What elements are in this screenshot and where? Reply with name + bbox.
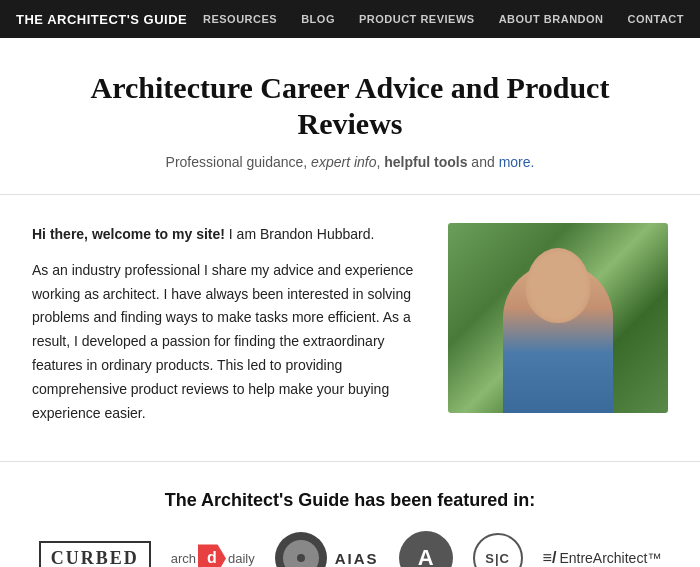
aia-circle: A: [399, 531, 453, 567]
nav-resources[interactable]: RESOURCES: [203, 13, 277, 25]
featured-title: The Architect's Guide has been featured …: [32, 490, 668, 511]
nav-links: RESOURCES BLOG PRODUCT REVIEWS ABOUT BRA…: [203, 13, 684, 25]
hero-title: Architecture Career Advice and Product R…: [40, 70, 660, 142]
entrearchitect-logo[interactable]: ≡/ EntreArchitect™: [543, 549, 662, 567]
aias-inner-circle: [283, 540, 319, 567]
curbed-logo[interactable]: CURBED: [39, 541, 151, 567]
archdaily-text-daily: daily: [228, 551, 255, 566]
intro-greeting: Hi there, welcome to my site! I am Brand…: [32, 223, 424, 247]
aia-logo[interactable]: A: [399, 531, 453, 567]
sc-text: S|C: [485, 551, 510, 566]
nav-product-reviews[interactable]: PRODUCT REVIEWS: [359, 13, 475, 25]
nav-blog[interactable]: BLOG: [301, 13, 335, 25]
entre-symbol: ≡/: [543, 549, 557, 567]
aias-text: AIAS: [335, 550, 379, 567]
site-logo[interactable]: THE ARCHITECT'S GUIDE: [16, 12, 187, 27]
archdaily-text-arch: arch: [171, 551, 196, 566]
logos-row: CURBED arch d daily AIAS A S|C ≡/ Entr: [32, 531, 668, 567]
nav-contact[interactable]: CONTACT: [628, 13, 684, 25]
intro-body: As an industry professional I share my a…: [32, 259, 424, 426]
hero-section: Architecture Career Advice and Product R…: [0, 38, 700, 195]
hero-subtitle: Professional guidance, expert info, help…: [40, 154, 660, 170]
entre-text: EntreArchitect™: [559, 550, 661, 566]
archdaily-icon: d: [198, 544, 226, 567]
intro-text: Hi there, welcome to my site! I am Brand…: [32, 223, 424, 437]
sc-logo[interactable]: S|C: [473, 533, 523, 567]
featured-section: The Architect's Guide has been featured …: [0, 462, 700, 567]
author-photo: [448, 223, 668, 437]
aia-text: A: [418, 545, 434, 567]
aias-circle: [275, 532, 327, 567]
author-photo-image: [448, 223, 668, 413]
intro-section: Hi there, welcome to my site! I am Brand…: [0, 195, 700, 462]
aias-logo[interactable]: AIAS: [275, 532, 379, 567]
archdaily-logo[interactable]: arch d daily: [171, 544, 255, 567]
nav-about-brandon[interactable]: ABOUT BRANDON: [499, 13, 604, 25]
hero-more-link[interactable]: more.: [499, 154, 535, 170]
navigation: THE ARCHITECT'S GUIDE RESOURCES BLOG PRO…: [0, 0, 700, 38]
